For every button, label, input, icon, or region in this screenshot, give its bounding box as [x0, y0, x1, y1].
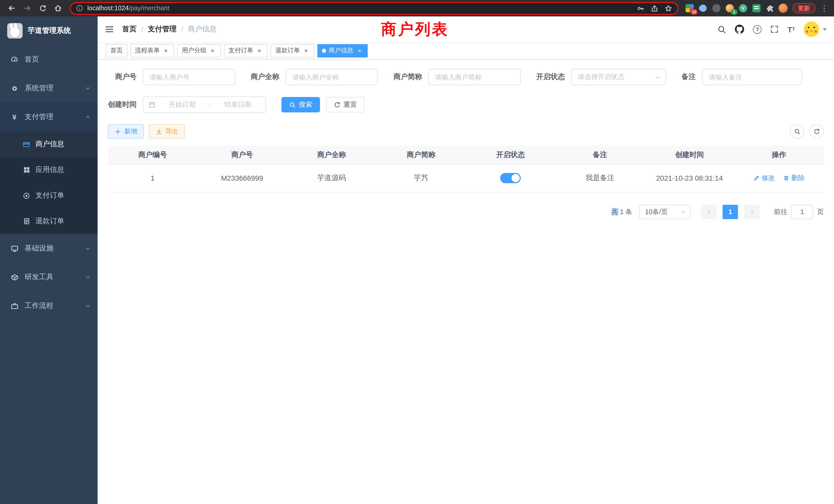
key-icon[interactable] [637, 4, 644, 12]
extension-dark-icon[interactable] [711, 3, 722, 13]
browser-update-button[interactable]: 更新 [792, 3, 815, 13]
home-icon[interactable] [51, 2, 65, 15]
next-page-button[interactable] [744, 205, 760, 219]
star-icon[interactable] [664, 4, 672, 12]
sidebar-item-home[interactable]: 首页 [0, 45, 97, 74]
prev-page-button[interactable] [701, 205, 717, 219]
sidebar-item-merchant-info[interactable]: 商户信息 [0, 131, 97, 157]
close-icon[interactable]: × [209, 47, 216, 54]
close-icon[interactable]: × [303, 47, 310, 54]
main-area: 首页 / 支付管理 / 商户信息 商户列表 ? [97, 17, 834, 504]
reset-button[interactable]: 重置 [326, 97, 365, 112]
page-size-select[interactable]: 10条/页 [639, 205, 691, 219]
github-icon[interactable] [735, 25, 744, 34]
tab-user-group[interactable]: 用户分组× [177, 44, 221, 57]
tags-view: 首页 流程表单× 用户分组× 支付订单× 退款订单× 商户信息× [97, 42, 834, 60]
merchant-no-input[interactable] [143, 69, 235, 85]
filter-remark: 备注 [681, 69, 802, 85]
tab-merchant-info[interactable]: 商户信息× [317, 44, 368, 57]
filter-label: 开启状态 [536, 72, 565, 82]
user-menu[interactable] [804, 22, 827, 37]
address-bar[interactable]: localhost:1024/pay/merchant [70, 2, 678, 15]
info-icon[interactable] [76, 5, 83, 12]
add-button[interactable]: 新增 [108, 124, 144, 139]
tab-process-form[interactable]: 流程表单× [130, 44, 174, 57]
browser-extensions: 10 1 V [684, 3, 788, 13]
search-button[interactable]: 搜索 [281, 97, 320, 112]
remark-input[interactable] [702, 69, 802, 85]
chevron-down-icon [85, 86, 90, 91]
date-range-picker[interactable]: 开始日期 - 结束日期 [143, 96, 266, 113]
breadcrumb-payment[interactable]: 支付管理 [148, 25, 177, 34]
tab-payment-orders[interactable]: 支付订单× [224, 44, 267, 57]
back-icon[interactable] [5, 2, 19, 15]
col-actions: 操作 [734, 146, 824, 164]
extension-avatar-icon[interactable]: 1 [725, 3, 735, 13]
edit-link[interactable]: 修改 [753, 174, 775, 183]
sidebar-item-infrastructure[interactable]: 基础设施 [0, 234, 97, 263]
help-icon[interactable]: ? [753, 25, 762, 33]
toggle-search-button[interactable] [790, 124, 804, 139]
calendar-icon [148, 101, 156, 108]
sidebar-item-label: 退款订单 [36, 216, 64, 226]
start-date-placeholder[interactable]: 开始日期 [160, 100, 205, 109]
app-logo[interactable]: 芋道管理系统 [0, 17, 97, 45]
sidebar-item-payment-orders[interactable]: 支付订单 [0, 183, 97, 208]
status-toggle[interactable] [500, 173, 521, 183]
close-icon[interactable]: × [256, 47, 263, 54]
breadcrumb-current: 商户信息 [188, 25, 217, 34]
filter-full-name: 商户全称 [250, 69, 378, 85]
breadcrumb-home[interactable]: 首页 [122, 25, 137, 34]
col-merchant-no: 商户号 [197, 146, 287, 164]
filter-row-2: 创建时间 开始日期 - 结束日期 搜索 [108, 96, 824, 113]
filter-label: 创建时间 [108, 100, 137, 109]
yen-icon: ¥ [10, 113, 19, 121]
sidebar-item-refund-orders[interactable]: 退款订单 [0, 208, 97, 234]
full-name-input[interactable] [286, 69, 378, 85]
extensions-puzzle-icon[interactable] [765, 3, 775, 13]
cell-merchant-id: 1 [108, 164, 197, 192]
forward-icon[interactable] [21, 2, 34, 15]
sidebar-item-label: 研发工具 [25, 273, 53, 282]
status-select[interactable]: 请选择开启状态 [571, 69, 666, 85]
close-icon[interactable]: × [356, 47, 363, 54]
sidebar-item-workflow[interactable]: 工作流程 [0, 292, 97, 320]
close-icon[interactable]: × [162, 47, 170, 54]
kebab-menu-icon[interactable]: ⋮ [820, 4, 829, 12]
filter-label: 备注 [681, 72, 696, 82]
sidebar-item-label: 首页 [25, 55, 39, 64]
avatar [804, 22, 819, 37]
sidebar-item-system[interactable]: 系统管理 [0, 74, 97, 102]
share-icon[interactable] [651, 4, 658, 12]
filter-merchant-no: 商户号 [108, 69, 235, 85]
active-dot [322, 48, 326, 53]
gear-icon [10, 84, 19, 92]
tab-refund-orders[interactable]: 退款订单× [271, 44, 314, 57]
fullscreen-icon[interactable] [771, 25, 779, 33]
goto-page-input[interactable] [791, 205, 813, 219]
browser-profile-avatar[interactable] [778, 3, 788, 13]
delete-link[interactable]: 删除 [783, 174, 805, 183]
chevron-down-icon [655, 74, 660, 80]
page-number-button[interactable]: 1 [723, 205, 738, 219]
sidebar-item-dev-tools[interactable]: 研发工具 [0, 263, 97, 292]
export-button[interactable]: 导出 [149, 124, 185, 139]
filter-label: 商户全称 [250, 72, 279, 82]
end-date-placeholder[interactable]: 结束日期 [215, 100, 260, 109]
breadcrumb-separator: / [141, 25, 143, 33]
extension-grid-icon[interactable]: 10 [684, 3, 695, 13]
search-icon[interactable] [718, 25, 726, 33]
sidebar-item-payment[interactable]: ¥ 支付管理 [0, 102, 97, 131]
refresh-icon[interactable] [36, 2, 49, 15]
font-size-icon[interactable]: TT [788, 25, 795, 33]
hamburger-icon[interactable] [105, 25, 114, 34]
extension-drop-icon[interactable] [698, 3, 708, 13]
extension-notes-icon[interactable] [751, 3, 762, 13]
refresh-table-button[interactable] [809, 124, 824, 139]
sidebar-item-label: 工作流程 [25, 301, 53, 311]
tab-home[interactable]: 首页 [106, 44, 127, 57]
sidebar-item-app-info[interactable]: 应用信息 [0, 157, 97, 183]
short-name-input[interactable] [428, 69, 521, 85]
extension-vue-devtools-icon[interactable]: V [738, 3, 748, 13]
caret-down-icon [823, 28, 827, 30]
